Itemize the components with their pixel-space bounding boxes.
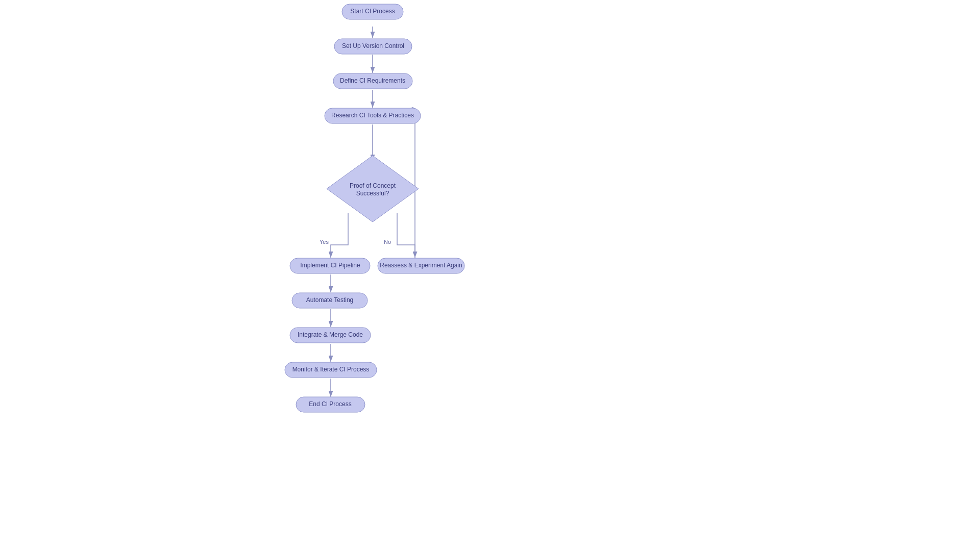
node-poc-label2: Successful? <box>356 190 389 197</box>
node-reassess-label: Reassess & Experiment Again <box>380 262 462 269</box>
node-integrate-label: Integrate & Merge Code <box>298 331 363 338</box>
node-monitor-label: Monitor & Iterate CI Process <box>292 366 370 373</box>
node-version-control-label: Set Up Version Control <box>342 42 404 49</box>
node-automate-label: Automate Testing <box>306 296 354 304</box>
no-label: No <box>384 239 391 245</box>
node-define-ci-label: Define CI Requirements <box>340 77 405 84</box>
node-end-label: End CI Process <box>309 400 351 408</box>
node-implement-label: Implement CI Pipeline <box>300 262 360 269</box>
flowchart-container: Start CI Process Set Up Version Control … <box>0 0 980 551</box>
node-start-label: Start CI Process <box>350 8 395 15</box>
yes-label: Yes <box>320 239 329 245</box>
node-research-label: Research CI Tools & Practices <box>331 112 414 119</box>
node-poc-label: Proof of Concept <box>350 182 396 189</box>
